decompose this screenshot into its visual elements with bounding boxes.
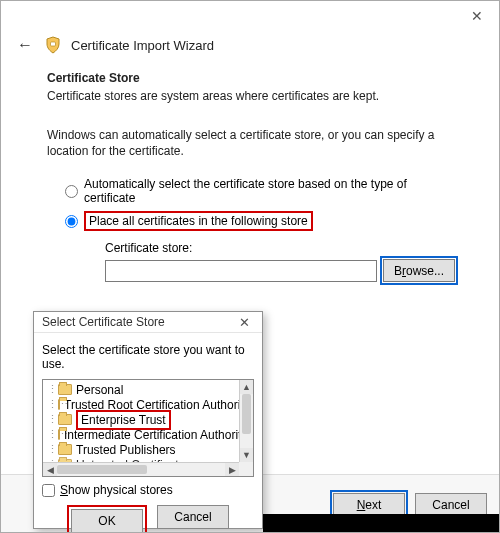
dialog-close-icon[interactable]: ✕ xyxy=(232,312,256,332)
tree-connector-icon: ⋮⋯ xyxy=(47,383,54,396)
section-description: Certificate stores are system areas wher… xyxy=(47,89,455,103)
tree-item-trusted-publishers[interactable]: ⋮⋯ Trusted Publishers xyxy=(47,442,239,457)
folder-icon xyxy=(58,384,72,395)
dialog-cancel-button[interactable]: Cancel xyxy=(157,505,229,529)
tree-connector-icon: ⋮⋯ xyxy=(47,443,54,456)
scroll-right-icon[interactable]: ▶ xyxy=(225,463,239,476)
next-button[interactable]: Next xyxy=(333,493,405,517)
tree-item-enterprise-trust[interactable]: ⋮⋯ Enterprise Trust xyxy=(47,412,239,427)
certificate-store-input[interactable] xyxy=(105,260,377,282)
show-physical-stores-checkbox[interactable]: Show physical stores xyxy=(42,483,254,497)
dialog-title: Select Certificate Store xyxy=(42,315,165,329)
show-physical-stores-input[interactable] xyxy=(42,484,55,497)
decorative-strip xyxy=(263,514,500,533)
vscroll-thumb[interactable] xyxy=(242,394,251,434)
wizard-title: Certificate Import Wizard xyxy=(71,38,214,53)
dialog-titlebar: Select Certificate Store ✕ xyxy=(34,312,262,333)
certificate-store-label: Certificate store: xyxy=(105,241,455,255)
radio-place-all[interactable]: Place all certificates in the following … xyxy=(65,211,455,231)
radio-auto-select[interactable]: Automatically select the certificate sto… xyxy=(65,177,455,205)
svg-rect-0 xyxy=(51,42,56,46)
body-prompt: Windows can automatically select a certi… xyxy=(47,127,455,159)
section-title: Certificate Store xyxy=(47,71,455,85)
header: ← Certificate Import Wizard xyxy=(1,31,500,71)
dialog-body: Select the certificate store you want to… xyxy=(34,333,262,533)
tree-connector-icon: ⋮⋯ xyxy=(47,413,54,426)
radio-auto-select-label: Automatically select the certificate sto… xyxy=(84,177,455,205)
content: Certificate Store Certificate stores are… xyxy=(1,71,500,282)
scroll-down-icon[interactable]: ▼ xyxy=(240,448,253,462)
tree-item-label: Personal xyxy=(76,383,123,397)
scroll-corner xyxy=(239,462,253,476)
back-arrow-icon[interactable]: ← xyxy=(15,36,35,54)
cancel-button[interactable]: Cancel xyxy=(415,493,487,517)
radio-place-all-input[interactable] xyxy=(65,215,78,228)
radio-auto-select-input[interactable] xyxy=(65,185,78,198)
store-choice-group: Automatically select the certificate sto… xyxy=(47,177,455,282)
folder-icon xyxy=(58,444,72,455)
titlebar: ✕ xyxy=(1,1,500,31)
browse-button[interactable]: Browse... xyxy=(383,259,455,282)
store-row: Browse... xyxy=(105,259,455,282)
hscroll-thumb[interactable] xyxy=(57,465,147,474)
tree-item-label: Intermediate Certification Authorities xyxy=(64,428,239,442)
dialog-footer: OK Cancel xyxy=(42,497,254,533)
folder-icon xyxy=(58,429,60,440)
certificate-store-tree[interactable]: ⋮⋯ Personal ⋮⋯ Trusted Root Certificatio… xyxy=(42,379,254,477)
select-certificate-store-dialog: Select Certificate Store ✕ Select the ce… xyxy=(33,311,263,529)
horizontal-scrollbar[interactable]: ◀ ▶ xyxy=(43,462,239,476)
dialog-instruction: Select the certificate store you want to… xyxy=(42,343,254,371)
folder-icon xyxy=(58,414,72,425)
tree-item-personal[interactable]: ⋮⋯ Personal xyxy=(47,382,239,397)
ok-button[interactable]: OK xyxy=(71,509,143,533)
tree-connector-icon: ⋮⋯ xyxy=(47,398,54,411)
scroll-up-icon[interactable]: ▲ xyxy=(240,380,253,394)
tree-item-intermediate[interactable]: ⋮⋯ Intermediate Certification Authoritie… xyxy=(47,427,239,442)
tree-item-label: Enterprise Trust xyxy=(76,410,171,430)
vertical-scrollbar[interactable]: ▲ ▼ xyxy=(239,380,253,462)
certificate-shield-icon xyxy=(43,35,63,55)
radio-place-all-label: Place all certificates in the following … xyxy=(84,211,313,231)
store-block: Certificate store: Browse... xyxy=(105,241,455,282)
tree-item-label: Trusted Publishers xyxy=(76,443,176,457)
show-physical-stores-label: Show physical stores xyxy=(60,483,173,497)
scroll-left-icon[interactable]: ◀ xyxy=(43,463,57,476)
folder-icon xyxy=(58,399,60,410)
close-icon[interactable]: ✕ xyxy=(457,3,497,29)
tree-inner: ⋮⋯ Personal ⋮⋯ Trusted Root Certificatio… xyxy=(43,380,239,462)
tree-connector-icon: ⋮⋯ xyxy=(47,428,54,441)
browse-button-label: Browse... xyxy=(394,264,444,278)
next-button-label: Next xyxy=(357,498,382,512)
